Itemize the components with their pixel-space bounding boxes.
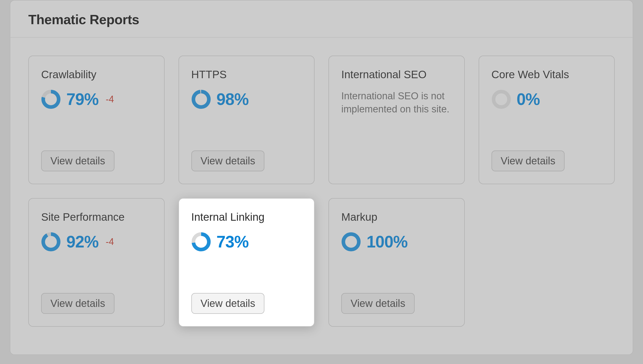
progress-donut-icon bbox=[191, 90, 211, 109]
card-title: International SEO bbox=[341, 68, 452, 81]
card-title: Internal Linking bbox=[191, 211, 302, 223]
percent-value: 79% bbox=[66, 90, 99, 109]
panel-title: Thematic Reports bbox=[28, 12, 615, 27]
card-title: Crawlability bbox=[41, 68, 152, 81]
report-card-crawlability: Crawlability 79%-4View details bbox=[28, 56, 165, 184]
progress-donut-icon bbox=[41, 232, 61, 252]
metric-row: 0% bbox=[492, 90, 602, 109]
progress-donut-icon bbox=[341, 232, 361, 252]
percent-value: 0% bbox=[517, 90, 540, 109]
metric-row: 92%-4 bbox=[41, 232, 152, 252]
svg-point-11 bbox=[343, 234, 359, 250]
report-card-https: HTTPS 98%View details bbox=[178, 56, 315, 184]
report-card-international-seo: International SEOInternational SEO is no… bbox=[328, 56, 465, 184]
delta-value: -4 bbox=[106, 236, 114, 247]
report-card-site-performance: Site Performance 92%-4View details bbox=[28, 198, 165, 327]
percent-value: 98% bbox=[217, 90, 249, 109]
metric-row: 98% bbox=[191, 90, 302, 109]
thematic-reports-panel: Thematic Reports Crawlability 79%-4View … bbox=[10, 0, 633, 355]
card-title: Site Performance bbox=[41, 211, 152, 223]
view-details-button[interactable]: View details bbox=[41, 150, 114, 171]
panel-header: Thematic Reports bbox=[10, 1, 633, 38]
report-card-core-web-vitals: Core Web Vitals 0%View details bbox=[479, 56, 615, 184]
view-details-button[interactable]: View details bbox=[41, 293, 114, 314]
progress-donut-icon bbox=[492, 90, 511, 109]
view-details-button[interactable]: View details bbox=[191, 150, 265, 171]
percent-value: 73% bbox=[217, 232, 249, 251]
progress-donut-icon bbox=[41, 90, 61, 109]
percent-value: 100% bbox=[367, 232, 408, 251]
percent-value: 92% bbox=[66, 232, 99, 251]
card-message: International SEO is not implemented on … bbox=[341, 90, 452, 116]
svg-point-7 bbox=[43, 234, 59, 250]
metric-row: 79%-4 bbox=[41, 90, 152, 109]
cards-grid: Crawlability 79%-4View details HTTPS 98%… bbox=[10, 38, 633, 345]
report-card-internal-linking: Internal Linking 73%View details bbox=[178, 198, 315, 327]
svg-point-3 bbox=[193, 92, 209, 107]
card-title: Core Web Vitals bbox=[492, 68, 602, 81]
card-title: Markup bbox=[341, 211, 452, 223]
metric-row: 100% bbox=[341, 232, 452, 252]
svg-point-4 bbox=[494, 92, 509, 107]
progress-donut-icon bbox=[191, 232, 211, 252]
metric-row: 73% bbox=[191, 232, 302, 252]
view-details-button[interactable]: View details bbox=[492, 150, 565, 171]
view-details-button[interactable]: View details bbox=[191, 293, 265, 314]
view-details-button[interactable]: View details bbox=[341, 293, 415, 314]
delta-value: -4 bbox=[106, 94, 114, 105]
card-title: HTTPS bbox=[191, 68, 302, 81]
report-card-markup: Markup 100%View details bbox=[328, 198, 465, 327]
